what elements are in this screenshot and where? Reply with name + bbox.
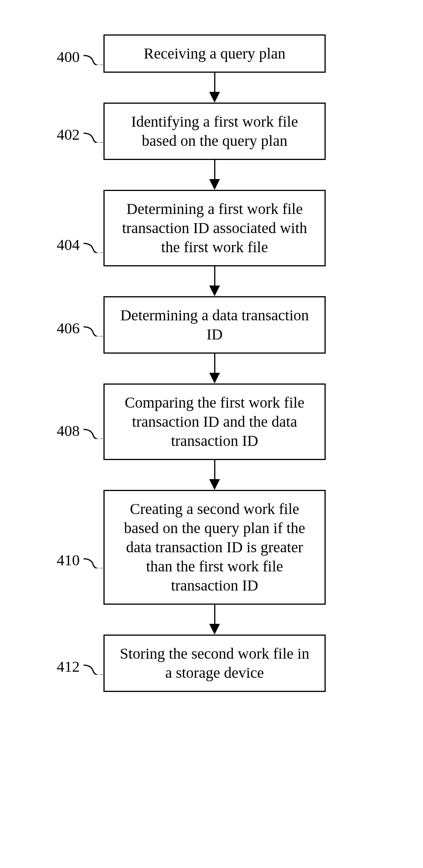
step-box: Determining a first work file transactio… bbox=[103, 190, 326, 266]
arrow-icon bbox=[209, 73, 220, 103]
step-box: Identifying a first work file based on t… bbox=[103, 103, 326, 160]
arrow-icon bbox=[209, 354, 220, 383]
step-400: 400 Receiving a query plan bbox=[103, 34, 326, 73]
arrow-icon bbox=[209, 460, 220, 490]
step-label: 408 bbox=[57, 422, 80, 440]
step-410: 410 Creating a second work file based on… bbox=[103, 490, 326, 605]
step-404: 404 Determining a first work file transa… bbox=[103, 190, 326, 266]
step-label: 402 bbox=[57, 126, 80, 144]
label-connector bbox=[84, 424, 103, 439]
flowchart: 400 Receiving a query plan 402 Identifyi… bbox=[80, 34, 349, 692]
step-box: Comparing the first work file transactio… bbox=[103, 383, 326, 460]
step-label: 400 bbox=[57, 48, 80, 66]
step-box: Creating a second work file based on the… bbox=[103, 490, 326, 605]
step-408: 408 Comparing the first work file transa… bbox=[103, 383, 326, 460]
step-406: 406 Determining a data transaction ID bbox=[103, 296, 326, 354]
step-label: 406 bbox=[57, 319, 80, 337]
label-connector bbox=[84, 127, 103, 143]
label-connector bbox=[84, 238, 103, 253]
step-box: Receiving a query plan bbox=[103, 34, 326, 73]
arrow-icon bbox=[209, 266, 220, 296]
label-connector bbox=[84, 659, 103, 675]
step-412: 412 Storing the second work file in a st… bbox=[103, 635, 326, 692]
label-connector bbox=[84, 50, 103, 65]
step-402: 402 Identifying a first work file based … bbox=[103, 103, 326, 160]
arrow-icon bbox=[209, 160, 220, 190]
step-box: Determining a data transaction ID bbox=[103, 296, 326, 354]
step-label: 404 bbox=[57, 236, 80, 254]
arrow-icon bbox=[209, 605, 220, 635]
step-label: 410 bbox=[57, 551, 80, 569]
step-label: 412 bbox=[57, 658, 80, 675]
step-box: Storing the second work file in a storag… bbox=[103, 635, 326, 692]
label-connector bbox=[84, 553, 103, 568]
label-connector bbox=[84, 321, 103, 336]
